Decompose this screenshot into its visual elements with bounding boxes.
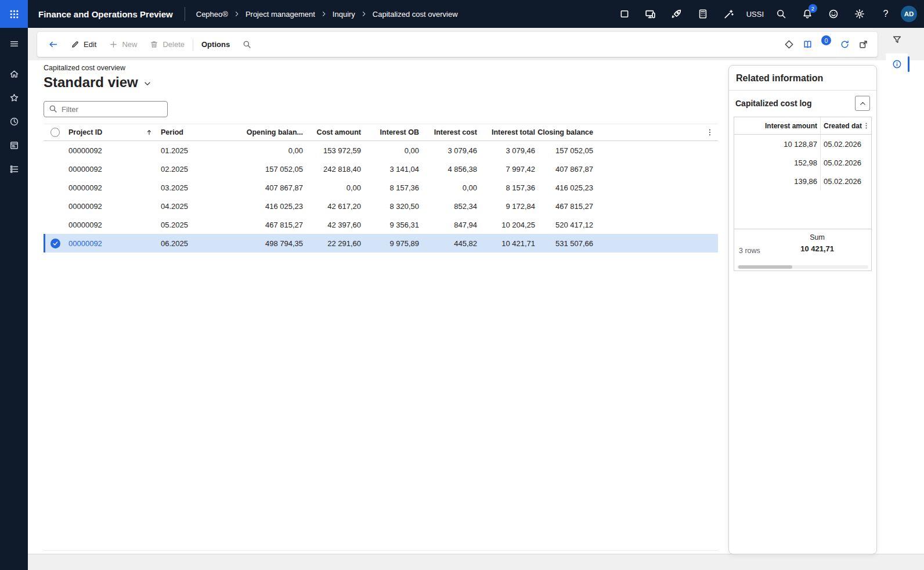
sum-value: 10 421,71 (800, 244, 834, 253)
delete-label: Delete (163, 40, 185, 49)
cell-project-id[interactable]: 00000092 (68, 146, 102, 155)
copilot-button[interactable] (666, 3, 688, 25)
cell-interest-cost: 0,00 (420, 178, 478, 197)
table-row[interactable]: 00000092 05.2025 467 815,27 42 397,60 9 … (44, 215, 718, 234)
cell-closing-balance: 531 507,66 (536, 234, 594, 252)
table-row[interactable]: 00000092 02.2025 157 052,05 242 818,40 3… (44, 160, 718, 178)
column-header-opening-balance[interactable]: Opening balan... (246, 124, 304, 140)
search-button[interactable] (770, 3, 792, 25)
options-menu-button[interactable]: Options (195, 32, 236, 57)
task-guide-button[interactable] (803, 39, 813, 49)
calculator-button[interactable] (692, 3, 714, 25)
delete-button[interactable]: Delete (143, 32, 191, 57)
table-row[interactable]: 00000092 01.2025 0,00 153 972,59 0,00 3 … (44, 141, 718, 160)
list-item[interactable]: 139,86 05.02.2026 1 (734, 172, 871, 190)
breadcrumb-item-inquiry[interactable]: Inquiry (330, 10, 358, 19)
row-checkbox-checked[interactable] (44, 234, 67, 252)
cell-project-id[interactable]: 00000092 (68, 221, 102, 229)
cell-closing-balance: 157 052,05 (536, 141, 594, 160)
cell-opening-balance: 0,00 (246, 141, 304, 160)
immersive-mode-button[interactable] (613, 3, 636, 25)
message-count-badge[interactable]: 0 (821, 35, 831, 45)
cell-interest-ob: 3 141,04 (362, 160, 420, 178)
avatar[interactable]: AD (901, 6, 917, 22)
sidebar-item-modules[interactable] (4, 159, 24, 179)
related-information-pane-button[interactable] (886, 53, 908, 75)
select-all-checkbox[interactable] (50, 128, 60, 137)
cell-period: 06.2025 (161, 234, 246, 252)
breadcrumb-item-cepheo[interactable]: Cepheo® (193, 10, 231, 19)
table-row-selected[interactable]: 00000092 06.2025 498 794,35 22 291,60 9 … (44, 234, 718, 252)
settings-button[interactable] (849, 3, 871, 25)
devices-icon (645, 9, 656, 20)
cell-opening-balance: 498 794,35 (246, 234, 304, 252)
sidebar-item-home[interactable] (4, 64, 24, 84)
cell-period: 01.2025 (161, 141, 246, 160)
column-header-cost-amount[interactable]: Cost amount (304, 124, 362, 140)
sidebar-item-workspaces[interactable] (4, 135, 24, 155)
star-icon (9, 93, 19, 103)
help-button[interactable]: ? (875, 3, 897, 25)
breadcrumb-item-capitalized-cost-overview[interactable]: Capitalized cost overview (370, 10, 461, 19)
hamburger-icon (9, 39, 19, 49)
filter-pane-button[interactable] (886, 29, 908, 50)
column-header-period[interactable]: Period (161, 124, 246, 140)
cell-project-id[interactable]: 00000092 (68, 165, 102, 174)
column-header-interest-cost[interactable]: Interest cost (420, 124, 478, 140)
row-checkbox[interactable] (44, 178, 67, 197)
list-item[interactable]: 152,98 05.02.2026 1 (734, 153, 871, 172)
funnel-icon (892, 35, 902, 45)
list-item[interactable]: 10 128,87 05.02.2026 1 (734, 135, 871, 153)
row-checkbox[interactable] (44, 197, 67, 215)
devices-button[interactable] (640, 3, 662, 25)
sidebar-item-favorites[interactable] (4, 88, 24, 107)
filter-input[interactable] (44, 101, 168, 117)
grid-options-kebab-icon[interactable] (706, 128, 714, 136)
power-apps-button[interactable] (784, 39, 794, 49)
column-header-interest-ob[interactable]: Interest OB (362, 124, 420, 140)
action-search-button[interactable] (236, 32, 258, 57)
expand-navigation-button[interactable] (4, 34, 24, 53)
column-header-interest-amount[interactable]: Interest amount (734, 117, 820, 134)
cell-cost-amount: 153 972,59 (304, 141, 362, 160)
cell-interest-ob: 9 975,89 (362, 234, 420, 252)
action-pane: Edit New Delete Options 0 (37, 32, 878, 57)
column-header-closing-balance[interactable]: Closing balance (536, 124, 594, 140)
smiley-icon (828, 9, 839, 19)
refresh-button[interactable] (840, 39, 850, 49)
row-checkbox[interactable] (44, 215, 67, 234)
column-header-created-date[interactable]: Created dat (820, 117, 862, 134)
column-header-interest-total[interactable]: Interest total (478, 124, 536, 140)
table-row[interactable]: 00000092 03.2025 407 867,87 0,00 8 157,3… (44, 178, 718, 197)
notifications-button[interactable]: 2 (796, 3, 818, 25)
cell-project-id[interactable]: 00000092 (68, 183, 102, 192)
edit-button[interactable]: Edit (64, 32, 103, 57)
collapse-section-button[interactable] (855, 96, 870, 111)
magic-wand-button[interactable] (718, 3, 740, 25)
scrollbar-thumb[interactable] (738, 265, 792, 269)
pencil-icon (71, 40, 80, 49)
rocket-icon (671, 9, 682, 20)
open-in-new-window-button[interactable] (858, 39, 868, 49)
sidebar-item-recent[interactable] (4, 111, 24, 131)
hierarchy-list-icon (9, 164, 19, 174)
row-checkbox[interactable] (44, 141, 67, 160)
trash-icon (150, 40, 158, 49)
feedback-button[interactable] (822, 3, 844, 25)
scrollbar-track[interactable] (737, 265, 868, 269)
app-launcher-button[interactable] (0, 0, 28, 28)
help-label: ? (883, 9, 889, 19)
back-button[interactable] (42, 32, 64, 57)
breadcrumb-item-project-management[interactable]: Project management (243, 10, 318, 19)
log-options-kebab-icon[interactable] (862, 122, 870, 129)
table-row[interactable]: 00000092 04.2025 416 025,23 42 617,20 8 … (44, 197, 718, 215)
view-selector[interactable]: Standard view (44, 74, 151, 91)
environment-label[interactable]: USSI (744, 10, 766, 19)
clock-icon (9, 117, 19, 127)
cell-project-id[interactable]: 00000092 (68, 239, 102, 248)
new-button[interactable]: New (103, 32, 143, 57)
column-header-project-id[interactable]: Project ID (67, 124, 161, 140)
sum-label: Sum (800, 233, 834, 241)
cell-project-id[interactable]: 00000092 (68, 202, 102, 211)
row-checkbox[interactable] (44, 160, 67, 178)
